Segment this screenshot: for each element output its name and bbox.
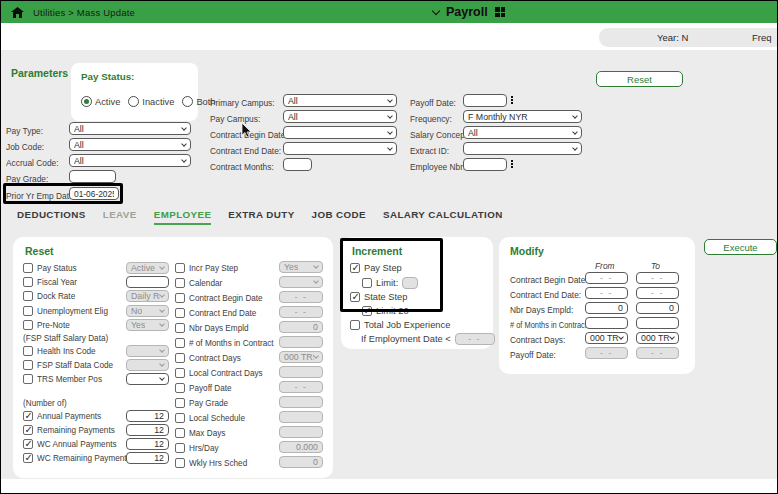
year-status: Year: N xyxy=(657,32,688,43)
pay-status-option-active[interactable]: Active xyxy=(81,96,120,107)
calendar-select xyxy=(279,276,323,288)
fiscal-year-input[interactable] xyxy=(126,276,169,288)
trs-member-pos-select[interactable] xyxy=(126,373,169,385)
pre-note-checkbox[interactable] xyxy=(23,320,33,330)
pay-status-option-inactive[interactable]: Inactive xyxy=(128,96,174,107)
contract-days-checkbox[interactable] xyxy=(175,353,185,363)
modify-months-from-input[interactable] xyxy=(585,317,628,329)
reset-row-fiscal-year: Fiscal Year xyxy=(23,275,171,289)
unemployment-elig-checkbox[interactable] xyxy=(23,306,33,316)
job-code-select[interactable]: All xyxy=(69,138,191,151)
tab-employee[interactable]: EMPLOYEE xyxy=(154,209,212,225)
pay-campus-select[interactable]: All xyxy=(283,110,397,123)
wc-remaining-payments-input[interactable]: 12 xyxy=(126,452,169,464)
salary-concept-select[interactable]: All xyxy=(463,126,582,139)
radio-both[interactable] xyxy=(182,96,193,107)
increment-limit-input xyxy=(402,277,418,289)
modify-nbr-days-to-input[interactable]: 0 xyxy=(636,302,679,314)
annual-payments-checkbox[interactable] xyxy=(23,411,33,421)
modify-contract-days-to-select[interactable]: 000 TRS - xyxy=(636,332,679,344)
tab-leave[interactable]: LEAVE xyxy=(103,209,137,225)
app-title: Payroll xyxy=(446,5,488,19)
payoff-date-picker-icon[interactable] xyxy=(511,96,513,104)
primary-campus-select[interactable]: All xyxy=(283,94,397,107)
pay-grade-reset-input xyxy=(279,396,323,408)
modify-payoff-from-input: - - xyxy=(585,347,628,359)
payoff-date-reset-input: - - xyxy=(279,381,323,393)
contract-end-date-label: Contract End Date: xyxy=(210,145,281,157)
employee-nbr-input[interactable] xyxy=(463,158,507,171)
tab-deductions[interactable]: DEDUCTIONS xyxy=(17,209,86,225)
tab-salary-calculation[interactable]: SALARY CALCULATION xyxy=(383,209,503,225)
local-contract-days-checkbox[interactable] xyxy=(175,368,185,378)
tab-extra-duty[interactable]: EXTRA DUTY xyxy=(228,209,294,225)
app-menu-chevron-down-icon[interactable] xyxy=(432,6,440,14)
radio-active[interactable] xyxy=(81,96,92,107)
modify-contract-end-from-input[interactable]: - - xyxy=(585,287,628,299)
wc-annual-payments-checkbox[interactable] xyxy=(23,439,33,449)
pay-grade-input[interactable] xyxy=(69,170,116,183)
wc-remaining-payments-checkbox[interactable] xyxy=(23,453,33,463)
local-schedule-checkbox[interactable] xyxy=(175,413,185,423)
remaining-payments-checkbox[interactable] xyxy=(23,425,33,435)
reset-parameters-button[interactable]: Reset xyxy=(596,71,683,87)
remaining-payments-input[interactable]: 12 xyxy=(126,424,169,436)
contract-begin-date-checkbox[interactable] xyxy=(175,293,185,303)
fiscal-year-checkbox[interactable] xyxy=(23,277,33,287)
increment-state-step-checkbox[interactable] xyxy=(350,292,360,302)
payoff-date-checkbox[interactable] xyxy=(175,383,185,393)
extract-id-select[interactable] xyxy=(463,142,582,155)
total-job-experience-checkbox[interactable] xyxy=(350,320,360,330)
months-in-contract-checkbox[interactable] xyxy=(175,338,185,348)
wc-annual-payments-input[interactable]: 12 xyxy=(126,438,169,450)
contract-end-date-checkbox[interactable] xyxy=(175,308,185,318)
app-switcher-grid-icon[interactable] xyxy=(495,7,505,17)
radio-inactive-label: Inactive xyxy=(142,97,174,107)
hrs-day-checkbox[interactable] xyxy=(175,443,185,453)
trs-member-pos-checkbox[interactable] xyxy=(23,374,33,384)
wkly-hrs-sched-checkbox[interactable] xyxy=(175,458,185,468)
unemployment-elig-select: No xyxy=(126,305,169,317)
calendar-checkbox[interactable] xyxy=(175,278,185,288)
accrual-code-select[interactable]: All xyxy=(69,154,191,167)
employee-nbr-picker-icon[interactable] xyxy=(511,160,513,168)
frequency-select[interactable]: F Monthly NYR xyxy=(463,110,582,123)
modify-nbr-days-empld-label: Nbr Days Empld: xyxy=(510,304,573,316)
nbr-days-empld-checkbox[interactable] xyxy=(175,323,185,333)
fsp-staff-data-code-checkbox[interactable] xyxy=(23,360,33,370)
contract-end-date-select[interactable] xyxy=(283,142,397,155)
modify-months-to-input[interactable] xyxy=(636,317,679,329)
prior-yr-emp-date-input[interactable]: 01-06-2025 xyxy=(69,187,119,200)
annual-payments-input[interactable]: 12 xyxy=(126,410,169,422)
modify-nbr-days-from-input[interactable]: 0 xyxy=(585,302,628,314)
increment-pay-step-checkbox[interactable] xyxy=(350,263,360,273)
modify-contract-days-from-select[interactable]: 000 TRS - xyxy=(585,332,628,344)
modify-contract-end-to-input[interactable]: - - xyxy=(636,287,679,299)
parameters-title: Parameters xyxy=(11,67,68,79)
contract-begin-date-select[interactable] xyxy=(283,126,397,139)
increment-limit-20-checkbox[interactable] xyxy=(362,306,372,316)
incr-pay-step-checkbox[interactable] xyxy=(175,263,185,273)
tab-job-code[interactable]: JOB CODE xyxy=(312,209,366,225)
dock-rate-checkbox[interactable] xyxy=(23,291,33,301)
health-ins-code-checkbox[interactable] xyxy=(23,346,33,356)
session-status-pill: Year: N Freq xyxy=(599,28,778,47)
mass-update-screen: Utilities > Mass Update Payroll Year: N … xyxy=(0,0,778,494)
radio-inactive[interactable] xyxy=(128,96,139,107)
reset-row-pay-status: Pay Status Active xyxy=(23,261,171,275)
contract-months-input[interactable] xyxy=(283,158,312,171)
reset-column-a: Pay Status Active Fiscal Year Dock Rate … xyxy=(23,261,171,465)
pay-type-select[interactable]: All xyxy=(69,122,191,135)
home-icon[interactable] xyxy=(11,7,24,18)
modify-contract-begin-from-input[interactable]: - - xyxy=(585,272,628,284)
max-days-checkbox[interactable] xyxy=(175,428,185,438)
pay-status-checkbox[interactable] xyxy=(23,263,33,273)
execute-button[interactable]: Execute xyxy=(704,239,777,255)
increment-limit-checkbox[interactable] xyxy=(362,278,372,288)
modify-contract-end-date-label: Contract End Date: xyxy=(510,289,581,301)
pay-status-label: Pay Status: xyxy=(81,71,134,82)
pay-grade-checkbox[interactable] xyxy=(175,398,185,408)
contract-months-label: Contract Months: xyxy=(210,161,274,173)
payoff-date-input[interactable] xyxy=(463,94,507,107)
modify-contract-begin-to-input[interactable]: - - xyxy=(636,272,679,284)
